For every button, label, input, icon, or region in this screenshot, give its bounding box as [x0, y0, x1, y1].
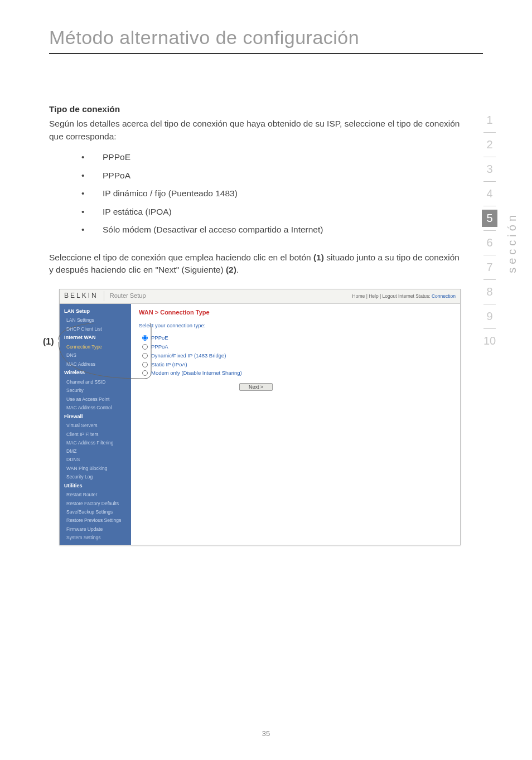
sidebar-item[interactable]: Security Log	[60, 473, 131, 481]
router-brand: BELKIN	[64, 291, 104, 301]
sidebar-header: Wireless	[60, 368, 131, 377]
connection-type-radio[interactable]	[142, 335, 148, 341]
callout-1-label: (1)	[43, 335, 54, 348]
section-nav-item-4[interactable]: 4	[482, 182, 497, 206]
sidebar-item[interactable]: Security	[60, 386, 131, 395]
section-side-label: sección	[506, 212, 519, 273]
sidebar-item[interactable]: DHCP Client List	[60, 325, 131, 333]
sidebar-item[interactable]: Firmware Update	[60, 525, 131, 533]
router-top-right-links[interactable]: Home | Help | Logout Internet Status:	[352, 293, 432, 299]
bullet-item: PPPoA	[81, 167, 465, 185]
connection-type-radio[interactable]	[142, 344, 148, 350]
sidebar-item[interactable]: DNS	[60, 351, 131, 360]
sidebar-item[interactable]: Use as Access Point	[60, 395, 131, 403]
connection-type-option[interactable]: PPPoE	[142, 333, 452, 342]
sidebar-item[interactable]: Client IP Filters	[60, 430, 131, 438]
sidebar-item[interactable]: WAN Ping Blocking	[60, 464, 131, 472]
connection-type-radio[interactable]	[142, 362, 148, 367]
bullet-item: IP dinámico / fijo (Puenteado 1483)	[81, 185, 465, 202]
router-top-right: Home | Help | Logout Internet Status: Co…	[352, 293, 456, 299]
sidebar-header: LAN Setup	[60, 307, 131, 316]
section-nav-item-6[interactable]: 6	[482, 231, 497, 255]
main-content: Tipo de conexión Según los detalles acer…	[0, 54, 532, 545]
connection-type-option-label: Modem only (Disable Internet Sharing)	[151, 369, 242, 377]
bullet-item: IP estática (IPOA)	[81, 203, 465, 221]
section-nav-item-9[interactable]: 9	[482, 304, 497, 328]
sidebar-header: Firewall	[60, 412, 131, 422]
section-nav-item-3[interactable]: 3	[482, 157, 497, 181]
connection-type-option-label: Static IP (IPoA)	[151, 361, 187, 369]
sidebar-header: Internet WAN	[60, 333, 131, 342]
sidebar-item[interactable]: MAC Address	[60, 360, 131, 368]
connection-type-option-label: PPPoA	[151, 343, 168, 351]
router-main-title: WAN > Connection Type	[139, 308, 452, 317]
bullet-item: Sólo módem (Desactivar el acceso compart…	[81, 221, 465, 239]
sidebar-item[interactable]: LAN Settings	[60, 316, 131, 325]
heading-tipo-conexion: Tipo de conexión	[49, 103, 465, 115]
sidebar-item[interactable]: Restore Factory Defaults	[60, 499, 131, 507]
router-top-title: Router Setup	[104, 292, 146, 301]
router-main-panel: WAN > Connection Type Select your connec…	[131, 304, 460, 545]
next-button[interactable]: Next >	[239, 383, 273, 391]
sidebar-item[interactable]: Restore Previous Settings	[60, 516, 131, 525]
connection-type-radio-list: PPPoEPPPoADynamic/Fixed IP (1483 Bridge)…	[139, 333, 452, 377]
sidebar-item[interactable]: DDNS	[60, 456, 131, 464]
sidebar-item[interactable]: Restart Router	[60, 491, 131, 499]
sidebar-item[interactable]: MAC Address Filtering	[60, 438, 131, 447]
router-setup-screenshot: (1) BELKIN Router Setup Home | Help | Lo…	[59, 289, 461, 545]
router-topbar: BELKIN Router Setup Home | Help | Logout…	[60, 289, 460, 304]
section-nav-divider	[483, 206, 496, 206]
section-nav-item-5[interactable]: 5	[482, 210, 497, 227]
callout-ref-1: (1)	[313, 253, 324, 262]
connection-type-list: PPPoEPPPoAIP dinámico / fijo (Puenteado …	[49, 143, 465, 246]
sidebar-item[interactable]: Connection Type	[60, 342, 131, 351]
sidebar-item[interactable]: System Settings	[60, 533, 131, 541]
sidebar-item[interactable]: DMZ	[60, 447, 131, 456]
internet-status-link[interactable]: Connection	[432, 293, 456, 299]
router-body: LAN SetupLAN SettingsDHCP Client ListInt…	[60, 304, 460, 545]
connection-type-option[interactable]: PPPoA	[142, 342, 452, 351]
page-title: Método alternativo de configuración	[0, 0, 532, 53]
router-sidebar: LAN SetupLAN SettingsDHCP Client ListInt…	[60, 304, 131, 545]
instruction-paragraph: Seleccione el tipo de conexión que emple…	[49, 251, 465, 277]
section-nav-item-7[interactable]: 7	[482, 255, 497, 279]
sidebar-item[interactable]: Virtual Servers	[60, 422, 131, 430]
section-nav-item-1[interactable]: 1	[482, 108, 497, 132]
section-nav-item-10[interactable]: 10	[482, 329, 497, 353]
callout-ref-2: (2)	[226, 265, 236, 274]
connection-type-option[interactable]: Dynamic/Fixed IP (1483 Bridge)	[142, 351, 452, 360]
section-nav-item-8[interactable]: 8	[482, 280, 497, 304]
connection-type-option[interactable]: Modem only (Disable Internet Sharing)	[142, 369, 452, 377]
connection-type-radio[interactable]	[142, 370, 148, 376]
bullet-item: PPPoE	[81, 148, 465, 166]
para2-post: .	[236, 265, 239, 274]
page-number: 35	[0, 729, 532, 738]
section-nav-item-2[interactable]: 2	[482, 133, 497, 157]
connection-type-option[interactable]: Static IP (IPoA)	[142, 360, 452, 369]
sidebar-header: Utilities	[60, 481, 131, 491]
router-main-subtitle: Select your connection type:	[139, 322, 452, 330]
sidebar-item[interactable]: Channel and SSID	[60, 377, 131, 386]
connection-type-radio[interactable]	[142, 353, 148, 359]
sidebar-item[interactable]: Save/Backup Settings	[60, 508, 131, 516]
para2-pre: Seleccione el tipo de conexión que emple…	[49, 253, 313, 262]
section-nav: 12345678910	[482, 108, 497, 353]
connection-type-option-label: Dynamic/Fixed IP (1483 Bridge)	[151, 352, 226, 360]
intro-paragraph: Según los detalles acerca del tipo de co…	[49, 118, 465, 143]
connection-type-option-label: PPPoE	[151, 334, 168, 342]
sidebar-item[interactable]: MAC Address Control	[60, 403, 131, 412]
